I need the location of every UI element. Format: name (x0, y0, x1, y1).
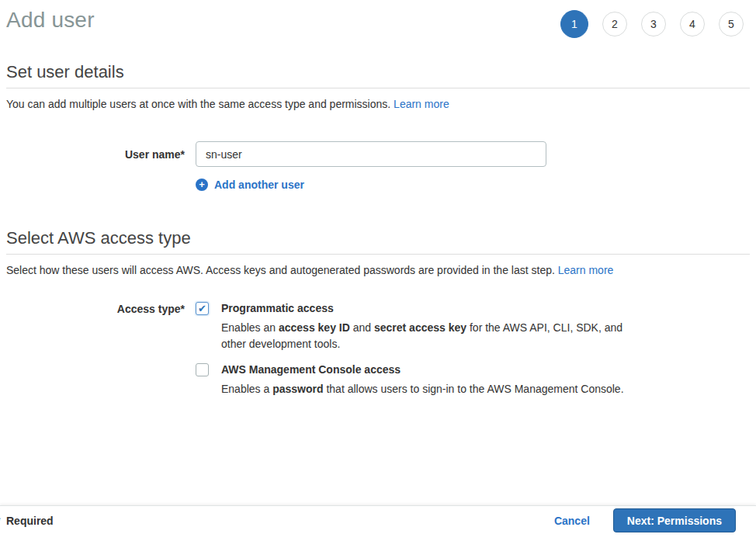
access-type-heading: Select AWS access type (6, 228, 750, 255)
wizard-footer: * Required Cancel Next: Permissions (0, 505, 756, 541)
console-access-label: AWS Management Console access (221, 362, 624, 378)
user-details-description-text: You can add multiple users at once with … (6, 98, 394, 110)
console-access-checkbox[interactable] (196, 363, 209, 376)
user-details-heading: Set user details (6, 62, 750, 88)
add-another-user-button[interactable]: +Add another user (196, 179, 304, 191)
user-name-input[interactable] (196, 141, 546, 167)
step-4: 4 (680, 12, 705, 36)
next-permissions-button[interactable]: Next: Permissions (613, 508, 736, 532)
section-user-details: Set user details You can add multiple us… (6, 62, 750, 191)
user-name-row: User name* (6, 141, 750, 167)
console-access-description: Enables a password that allows users to … (221, 381, 624, 397)
access-type-label: Access type* (6, 301, 196, 317)
plus-circle-icon: + (196, 179, 208, 191)
access-type-options: ✔ Programmatic access Enables an access … (196, 300, 631, 407)
add-another-user-row: +Add another user (196, 178, 750, 191)
cancel-button[interactable]: Cancel (554, 515, 590, 527)
option-console-access: AWS Management Console access Enables a … (196, 362, 631, 397)
option-programmatic-access: ✔ Programmatic access Enables an access … (196, 300, 631, 352)
access-type-description: Select how these users will access AWS. … (6, 262, 750, 278)
access-type-description-text: Select how these users will access AWS. … (6, 264, 558, 276)
programmatic-access-description: Enables an access key ID and secret acce… (221, 320, 631, 352)
step-5: 5 (719, 12, 744, 36)
section-access-type: Select AWS access type Select how these … (6, 228, 750, 406)
step-3: 3 (641, 12, 666, 36)
add-another-user-label: Add another user (214, 179, 304, 191)
required-label: Required (6, 515, 54, 527)
step-2: 2 (602, 12, 627, 36)
user-name-label: User name* (6, 147, 196, 162)
step-indicator: 1 2 3 4 5 (560, 10, 744, 38)
step-1: 1 (560, 10, 588, 38)
learn-more-link-access-type[interactable]: Learn more (558, 264, 614, 276)
user-details-description: You can add multiple users at once with … (6, 96, 750, 112)
access-type-row: Access type* ✔ Programmatic access Enabl… (6, 300, 750, 407)
add-user-page: Add user 1 2 3 4 5 Set user details You … (0, 0, 756, 407)
programmatic-access-checkbox[interactable]: ✔ (196, 302, 209, 315)
learn-more-link-user-details[interactable]: Learn more (394, 98, 449, 110)
programmatic-access-label: Programmatic access (221, 300, 631, 317)
